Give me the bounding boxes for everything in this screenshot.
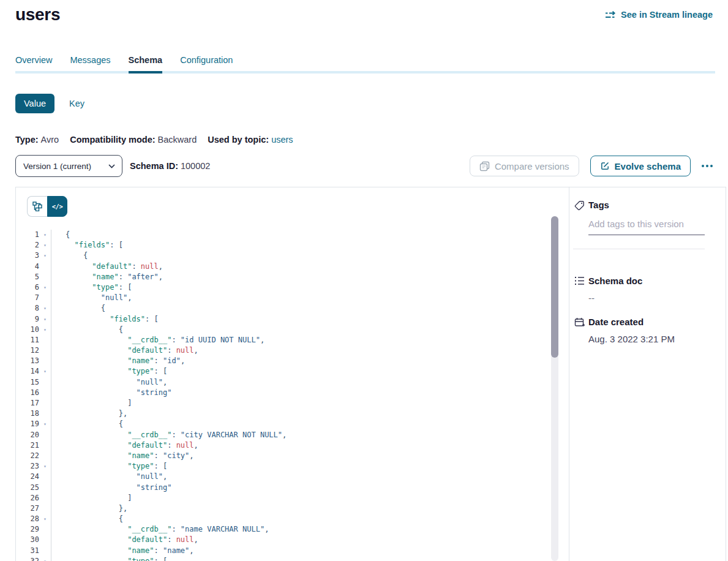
scrollbar[interactable] xyxy=(551,216,558,561)
tree-view-button[interactable] xyxy=(27,196,47,217)
collapse-arrow-spacer xyxy=(39,335,51,345)
code-text: "type": [ xyxy=(51,556,167,561)
schema-doc-title: Schema doc xyxy=(588,276,642,287)
code-text: "fields": [ xyxy=(51,314,159,325)
line-number: 20 xyxy=(16,430,39,440)
compat-label: Compatibility mode: xyxy=(70,135,155,145)
schema-page: users See in Stream lineage Overview Mes… xyxy=(0,0,728,561)
code-line: 6▾ "type": [ xyxy=(16,282,569,293)
collapse-arrow-icon[interactable]: ▾ xyxy=(39,366,51,377)
code-view-button[interactable]: </> xyxy=(47,196,67,217)
collapse-arrow-spacer xyxy=(39,535,51,545)
schema-id-label: Schema ID: xyxy=(130,161,178,171)
code-text: "type": [ xyxy=(51,461,167,472)
collapse-arrow-icon[interactable]: ▾ xyxy=(39,514,51,524)
collapse-arrow-icon[interactable]: ▾ xyxy=(39,314,51,325)
line-number: 27 xyxy=(16,503,39,514)
line-number: 6 xyxy=(16,282,39,293)
schema-doc-value: -- xyxy=(588,293,595,304)
line-number: 23 xyxy=(16,461,39,472)
date-created-value: Aug. 3 2022 3:21 PM xyxy=(588,334,675,345)
tab-messages[interactable]: Messages xyxy=(70,55,110,71)
collapse-arrow-icon[interactable]: ▾ xyxy=(39,556,51,561)
tab-overview[interactable]: Overview xyxy=(15,55,52,71)
line-number: 3 xyxy=(16,250,39,261)
code-text: "default": null, xyxy=(51,345,198,356)
collapse-arrow-spacer xyxy=(39,398,51,409)
tab-configuration[interactable]: Configuration xyxy=(180,55,233,71)
tab-label: Overview xyxy=(15,55,52,65)
code-line: 5 "name": "after", xyxy=(16,272,569,282)
topic-link[interactable]: users xyxy=(271,135,293,145)
code-line: 24 "null", xyxy=(16,472,569,482)
code-text: "null", xyxy=(51,293,132,303)
collapse-arrow-icon[interactable]: ▾ xyxy=(39,461,51,472)
code-line: 17 ] xyxy=(16,398,569,409)
evolve-schema-button[interactable]: Evolve schema xyxy=(590,156,691,176)
collapse-arrow-icon[interactable]: ▾ xyxy=(39,240,51,250)
code-text: "default": null, xyxy=(51,440,198,451)
stream-lineage-link[interactable]: See in Stream lineage xyxy=(606,10,713,20)
code-text: { xyxy=(51,303,105,314)
code-text: }, xyxy=(51,503,127,514)
code-view-icon: </> xyxy=(52,203,62,210)
line-number: 22 xyxy=(16,451,39,461)
schema-sidebar: Tags Schema doc -- Date created Aug. 3 2… xyxy=(569,187,727,561)
line-number: 29 xyxy=(16,524,39,535)
value-tab-button[interactable]: Value xyxy=(15,94,54,113)
code-text: "default": null, xyxy=(51,262,163,272)
code-line: 25 "string" xyxy=(16,483,569,493)
code-line: 12 "default": null, xyxy=(16,345,569,356)
code-line: 3▾ { xyxy=(16,250,569,261)
code-text: { xyxy=(51,250,88,261)
collapse-arrow-icon[interactable]: ▾ xyxy=(39,282,51,293)
key-tab-button[interactable]: Key xyxy=(69,99,84,108)
code-text: "fields": [ xyxy=(51,240,123,250)
line-number: 16 xyxy=(16,388,39,398)
evolve-schema-label: Evolve schema xyxy=(615,161,681,171)
code-line: 30 "default": null, xyxy=(16,535,569,545)
collapse-arrow-icon[interactable]: ▾ xyxy=(39,325,51,335)
code-line: 1▾{ xyxy=(16,230,569,240)
code-text: "__crdb__": "city VARCHAR NOT NULL", xyxy=(51,430,287,440)
collapse-arrow-spacer xyxy=(39,430,51,440)
schema-id-value: 100002 xyxy=(181,161,210,171)
tag-icon xyxy=(574,200,585,213)
line-number: 5 xyxy=(16,272,39,282)
collapse-arrow-icon[interactable]: ▾ xyxy=(39,250,51,261)
compare-versions-button[interactable]: Compare versions xyxy=(470,156,579,176)
code-line: 23▾ "type": [ xyxy=(16,461,569,472)
line-number: 32 xyxy=(16,556,39,561)
scrollbar-thumb[interactable] xyxy=(551,216,558,358)
collapse-arrow-spacer xyxy=(39,388,51,398)
tags-input[interactable] xyxy=(588,219,705,235)
line-number: 10 xyxy=(16,325,39,335)
collapse-arrow-spacer xyxy=(39,356,51,366)
collapse-arrow-icon[interactable]: ▾ xyxy=(39,419,51,429)
more-options-button[interactable] xyxy=(700,160,714,172)
code-line: 32▾ "type": [ xyxy=(16,556,569,561)
tab-bar: Overview Messages Schema Configuration xyxy=(15,55,233,71)
collapse-arrow-icon[interactable]: ▾ xyxy=(39,230,51,240)
collapse-arrow-spacer xyxy=(39,377,51,388)
collapse-arrow-spacer xyxy=(39,293,51,303)
collapse-arrow-spacer xyxy=(39,483,51,493)
code-text: "default": null, xyxy=(51,535,198,545)
tab-schema[interactable]: Schema xyxy=(129,55,163,71)
tags-section-title: Tags xyxy=(588,200,609,211)
code-line: 15 "null", xyxy=(16,377,569,388)
collapse-arrow-spacer xyxy=(39,546,51,556)
version-select[interactable]: Version 1 (current) xyxy=(15,155,122,177)
code-text: { xyxy=(51,230,70,240)
code-text: { xyxy=(51,325,123,335)
compare-versions-label: Compare versions xyxy=(495,161,569,171)
value-key-toggle: Value Key xyxy=(15,94,84,113)
code-line: 19▾ { xyxy=(16,419,569,429)
calendar-plus-icon xyxy=(574,317,585,329)
code-line: 2▾ "fields": [ xyxy=(16,240,569,250)
used-by-topic: Used by topic:users xyxy=(208,135,293,145)
topic-label: Used by topic: xyxy=(208,135,269,145)
collapse-arrow-icon[interactable]: ▾ xyxy=(39,303,51,314)
line-number: 28 xyxy=(16,514,39,524)
code-text: "name": "name", xyxy=(51,546,194,556)
